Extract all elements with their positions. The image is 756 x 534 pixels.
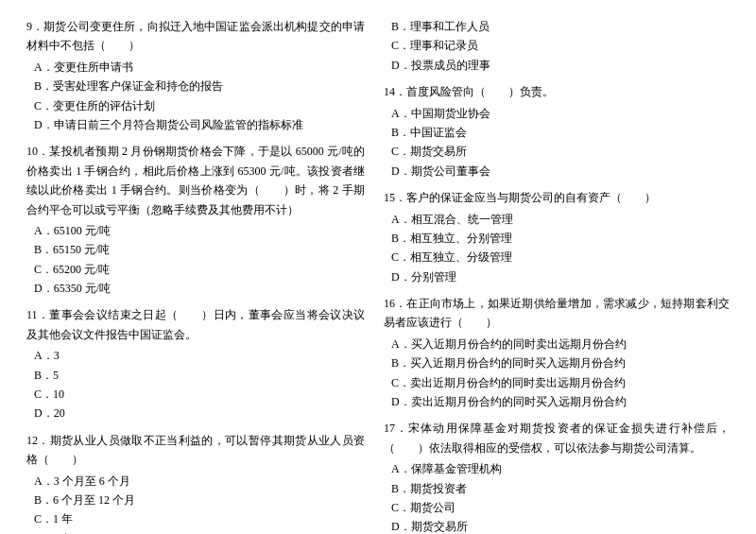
q9-options: A．变更住所申请书 B．受害处理客户保证金和持仓的报告 C．变更住所的评估计划 … [34, 58, 365, 135]
q15-option-b: B．相互独立、分别管理 [391, 229, 730, 248]
question-14: 14．首度风险管向（ ）负责。 A．中国期货业协会 B．中国证监会 C．期货交易… [384, 82, 730, 181]
q9-option-d: D．申请日前三个月符合期货公司风险监管的指标标准 [34, 115, 365, 134]
q9-title: 9．期货公司变更住所，向拟迁入地中国证监会派出机构提交的申请材料中不包括（ ） [26, 17, 365, 56]
question-9: 9．期货公司变更住所，向拟迁入地中国证监会派出机构提交的申请材料中不包括（ ） … [26, 17, 365, 134]
q12-option-a: A．3 个月至 6 个月 [34, 472, 365, 491]
q16-option-d: D．卖出近期月份合约的同时买入远期月份合约 [391, 392, 730, 411]
q12-option-c: C．1 年 [34, 509, 365, 528]
q10-options: A．65100 元/吨 B．65150 元/吨 C．65200 元/吨 D．65… [34, 221, 365, 299]
q16-option-a: A．买入近期月份合约的同时卖出远期月份合约 [391, 335, 730, 353]
question-15: 15．客户的保证金应当与期货公司的自有资产（ ） A．相互混合、统一管理 B．相… [384, 188, 730, 286]
q15-option-c: C．相互独立、分级管理 [391, 248, 730, 267]
q11-option-c: C．10 [34, 385, 365, 404]
q13-option-b: B．理事和工作人员 [391, 17, 730, 36]
q15-option-a: A．相互混合、统一管理 [391, 210, 730, 229]
q15-option-d: D．分别管理 [391, 267, 730, 286]
q14-option-d: D．期货公司董事会 [391, 162, 730, 181]
q12-option-d: D．2 年 [34, 529, 365, 534]
q15-title: 15．客户的保证金应当与期货公司的自有资产（ ） [384, 188, 730, 207]
q16-option-b: B．买入近期月份合约的同时买入远期月份合约 [391, 353, 730, 372]
q14-title: 14．首度风险管向（ ）负责。 [384, 82, 730, 101]
q12-option-b: B．6 个月至 12 个月 [34, 491, 365, 509]
q17-title: 17．宋体动用保障基金对期货投资者的保证金损失进行补偿后，（ ）依法取得相应的受… [384, 419, 730, 457]
q10-option-a: A．65100 元/吨 [34, 221, 365, 240]
q11-option-b: B．5 [34, 366, 365, 385]
q10-title: 10．某投机者预期 2 月份钢期货价格会下降，于是以 65000 元/吨的价格卖… [26, 142, 365, 219]
q17-option-a: A．保障基金管理机构 [391, 459, 730, 478]
right-column: B．理事和工作人员 C．理事和记录员 D．投票成员的理事 14．首度风险管向（ … [378, 17, 730, 534]
q13-option-c: C．理事和记录员 [391, 36, 730, 55]
question-17: 17．宋体动用保障基金对期货投资者的保证金损失进行补偿后，（ ）依法取得相应的受… [384, 419, 730, 534]
q14-option-a: A．中国期货业协会 [391, 104, 730, 123]
q10-option-d: D．65350 元/吨 [34, 279, 365, 298]
q12-options: A．3 个月至 6 个月 B．6 个月至 12 个月 C．1 年 D．2 年 [34, 472, 365, 534]
q13-options-right: B．理事和工作人员 C．理事和记录员 D．投票成员的理事 [391, 17, 730, 75]
q16-options: A．买入近期月份合约的同时卖出远期月份合约 B．买入近期月份合约的同时买入远期月… [391, 335, 730, 412]
q13-option-d: D．投票成员的理事 [391, 56, 730, 75]
q17-option-b: B．期货投资者 [391, 479, 730, 498]
q11-options: A．3 B．5 C．10 D．20 [34, 346, 365, 423]
q9-option-c: C．变更住所的评估计划 [34, 96, 365, 115]
q16-title: 16．在正向市场上，如果近期供给量增加，需求减少，短持期套利交易者应该进行（ ） [384, 294, 730, 333]
q9-option-b: B．受害处理客户保证金和持仓的报告 [34, 77, 365, 95]
q11-option-d: D．20 [34, 404, 365, 422]
q17-option-c: C．期货公司 [391, 498, 730, 517]
q11-title: 11．董事会会议结束之日起（ ）日内，董事会应当将会议决议及其他会议文件报告中国… [26, 305, 365, 344]
question-16: 16．在正向市场上，如果近期供给量增加，需求减少，短持期套利交易者应该进行（ ）… [384, 294, 730, 411]
question-13-right: B．理事和工作人员 C．理事和记录员 D．投票成员的理事 [384, 17, 730, 75]
question-12: 12．期货从业人员做取不正当利益的，可以暂停其期货从业人员资格（ ） A．3 个… [26, 431, 365, 534]
q17-option-d: D．期货交易所 [391, 517, 730, 534]
q14-options: A．中国期货业协会 B．中国证监会 C．期货交易所 D．期货公司董事会 [391, 104, 730, 181]
q9-option-a: A．变更住所申请书 [34, 58, 365, 77]
page-content: 9．期货公司变更住所，向拟迁入地中国证监会派出机构提交的申请材料中不包括（ ） … [26, 17, 730, 534]
q15-options: A．相互混合、统一管理 B．相互独立、分别管理 C．相互独立、分级管理 D．分别… [391, 210, 730, 287]
q16-option-c: C．卖出近期月份合约的同时卖出远期月份合约 [391, 373, 730, 392]
q11-option-a: A．3 [34, 346, 365, 365]
question-11: 11．董事会会议结束之日起（ ）日内，董事会应当将会议决议及其他会议文件报告中国… [26, 305, 365, 422]
q10-option-c: C．65200 元/吨 [34, 260, 365, 279]
q14-option-b: B．中国证监会 [391, 123, 730, 142]
q12-title: 12．期货从业人员做取不正当利益的，可以暂停其期货从业人员资格（ ） [26, 431, 365, 470]
q17-options: A．保障基金管理机构 B．期货投资者 C．期货公司 D．期货交易所 [391, 459, 730, 534]
left-column: 9．期货公司变更住所，向拟迁入地中国证监会派出机构提交的申请材料中不包括（ ） … [26, 17, 378, 534]
question-10: 10．某投机者预期 2 月份钢期货价格会下降，于是以 65000 元/吨的价格卖… [26, 142, 365, 298]
q10-option-b: B．65150 元/吨 [34, 240, 365, 259]
q14-option-c: C．期货交易所 [391, 142, 730, 161]
